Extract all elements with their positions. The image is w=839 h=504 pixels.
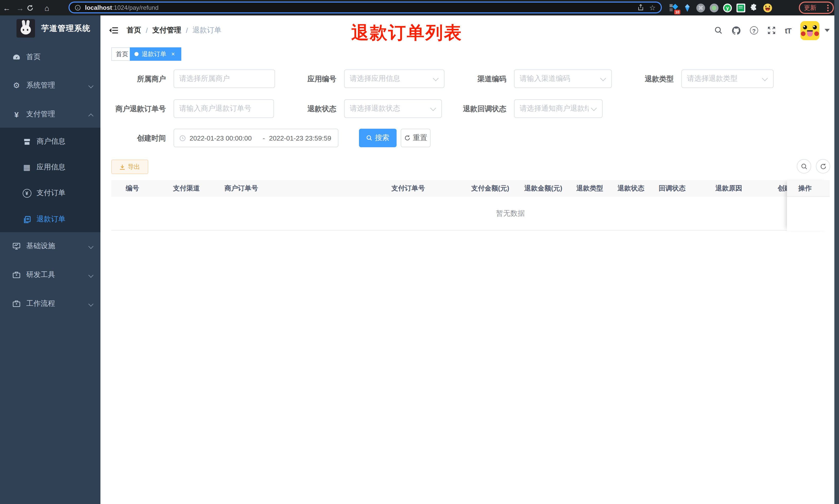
sidebar-item-payment[interactable]: ¥ 支付管理 — [0, 100, 101, 129]
extensions-puzzle-icon[interactable] — [750, 3, 758, 12]
channel-label: 渠道编码 — [478, 70, 506, 88]
extension-gem-icon[interactable] — [683, 3, 692, 12]
chevron-up-icon — [89, 112, 93, 116]
avatar[interactable] — [800, 21, 819, 40]
sidebar-item-dev-tools[interactable]: 研发工具 — [0, 260, 101, 289]
create-time-label: 创建时间 — [137, 129, 166, 147]
col-callback-status: 回调状态 — [659, 180, 685, 197]
download-icon — [120, 164, 125, 169]
extension-command-icon[interactable]: ⌘ — [696, 3, 705, 12]
search-icon — [801, 163, 807, 169]
col-pay-amount: 支付金额(元) — [471, 180, 509, 197]
refund-type-label: 退款类型 — [645, 70, 674, 88]
channel-select[interactable]: 请输入渠道编码 — [514, 70, 612, 88]
sidebar-item-home[interactable]: 首页 — [0, 43, 101, 72]
breadcrumb-home[interactable]: 首页 — [127, 26, 141, 35]
tab-refund-order[interactable]: 退款订单 × — [130, 47, 181, 61]
notify-status-select[interactable]: 请选择通知商户退款结果 — [514, 100, 603, 118]
search-icon[interactable] — [714, 26, 722, 35]
monitor-chart-icon — [12, 241, 21, 251]
sidebar-item-system[interactable]: ⚙ 系统管理 — [0, 71, 101, 100]
table-refresh-button[interactable] — [816, 159, 830, 174]
site-info-icon[interactable] — [75, 4, 81, 11]
logo-row: 芋道管理系统 — [0, 15, 101, 41]
empty-text: 暂无数据 — [496, 197, 525, 230]
browser-menu-icon[interactable] — [827, 4, 829, 11]
reset-button[interactable]: 重置 — [401, 129, 431, 147]
merchant-refund-no-label: 商户退款订单号 — [115, 100, 166, 118]
extension-chat-icon[interactable] — [736, 3, 745, 12]
search-button[interactable]: 搜索 — [359, 129, 397, 147]
extension-green-dot-icon[interactable] — [710, 3, 718, 12]
app-label: 应用编号 — [307, 70, 336, 88]
select-arrow-icon — [591, 106, 597, 112]
col-create-time-truncated: 创建时间 — [778, 180, 787, 197]
tab-label: 退款订单 — [142, 50, 166, 58]
col-action: 操作 — [798, 180, 812, 197]
window-scrollbar[interactable] — [834, 0, 839, 504]
select-arrow-icon — [430, 106, 436, 112]
share-icon[interactable] — [638, 4, 644, 11]
export-button[interactable]: 导出 — [111, 160, 148, 174]
avatar-dropdown-caret-icon[interactable] — [825, 29, 830, 32]
col-pay-channel: 支付渠道 — [173, 180, 200, 197]
extension-y-icon[interactable]: y — [723, 3, 732, 12]
merchant-refund-no-input[interactable]: 请输入商户退款订单号 — [174, 100, 274, 118]
sidebar-item-workflow[interactable]: 工作流程 — [0, 289, 101, 318]
bookmark-star-icon[interactable]: ☆ — [649, 3, 656, 12]
sidebar-item-infrastructure[interactable]: 基础设施 — [0, 232, 101, 260]
gear-icon: ⚙ — [12, 81, 21, 90]
create-time-range-picker[interactable]: 2022-01-23 00:00:00 - 2022-01-23 23:59:5… — [174, 129, 338, 147]
yen-icon: ¥ — [12, 110, 21, 119]
document-copy-icon — [22, 215, 31, 224]
close-tab-icon[interactable]: × — [169, 51, 177, 58]
app-select[interactable]: 请选择应用信息 — [344, 70, 445, 88]
reload-icon[interactable] — [27, 4, 40, 11]
refund-type-select[interactable]: 请选择退款类型 — [681, 70, 773, 88]
refund-status-select[interactable]: 请选择退款状态 — [344, 100, 442, 118]
back-icon[interactable]: ← — [0, 3, 13, 12]
github-icon[interactable] — [732, 26, 740, 35]
top-navbar: 首页 / 支付管理 / 退款订单 退款订单列表 ? — [101, 15, 839, 45]
extension-emoji-icon[interactable] — [763, 3, 772, 12]
sidebar-item-label: 应用信息 — [37, 163, 66, 172]
fullscreen-icon[interactable] — [767, 26, 775, 35]
col-refund-type: 退款类型 — [576, 180, 603, 197]
sidebar-item-label: 系统管理 — [26, 81, 55, 90]
sidebar-collapse-icon[interactable] — [109, 26, 118, 35]
sidebar-item-label: 退款订单 — [37, 215, 66, 224]
address-bar[interactable]: localhost:1024/pay/refund ☆ — [69, 2, 662, 13]
toolbox-icon — [12, 270, 21, 280]
forward-icon[interactable]: → — [13, 3, 27, 12]
extension-diamond-icon[interactable]: 10 — [670, 3, 678, 12]
col-merchant-order-no: 商户订单号 — [225, 180, 258, 197]
breadcrumb-current: 退款订单 — [193, 26, 221, 35]
sidebar-item-pay-order[interactable]: ¥ 支付订单 — [0, 180, 101, 206]
select-arrow-icon — [762, 76, 768, 82]
table-search-button[interactable] — [797, 159, 811, 174]
sidebar: 芋道管理系统 首页 ⚙ 系统管理 ¥ 支付管理 — [0, 15, 101, 504]
search-icon — [366, 135, 372, 141]
col-pay-order-no: 支付订单号 — [391, 180, 425, 197]
sidebar-item-merchant-info[interactable]: 商户信息 — [0, 129, 101, 155]
sidebar-item-app-info[interactable]: ▦ 应用信息 — [0, 155, 101, 180]
breadcrumb-payment[interactable]: 支付管理 — [153, 26, 181, 35]
sidebar-item-refund-order[interactable]: 退款订单 — [0, 206, 101, 232]
sidebar-item-label: 首页 — [26, 53, 41, 62]
col-refund-amount: 退款金额(元) — [524, 180, 562, 197]
help-icon[interactable]: ? — [750, 26, 758, 35]
sidebar-item-label: 研发工具 — [26, 270, 55, 280]
merchant-select[interactable]: 请选择所属商户 — [174, 70, 275, 88]
browser-update-button[interactable]: 更新 — [799, 2, 834, 14]
sidebar-item-label: 工作流程 — [26, 299, 55, 308]
end-date-value: 2022-01-23 23:59:59 — [269, 134, 333, 142]
home-icon[interactable]: ⌂ — [40, 3, 54, 12]
refresh-icon — [404, 135, 410, 141]
tags-view-bar: 首页 退款订单 × — [101, 45, 839, 62]
browser-toolbar: ← → ⌂ localhost:1024/pay/refund ☆ 10 ⌘ — [0, 0, 839, 15]
update-label: 更新 — [804, 3, 816, 12]
font-size-icon[interactable]: tT — [785, 26, 791, 35]
chevron-down-icon — [89, 302, 93, 306]
browser-extensions: 10 ⌘ y — [670, 0, 772, 15]
select-arrow-icon — [600, 76, 606, 82]
